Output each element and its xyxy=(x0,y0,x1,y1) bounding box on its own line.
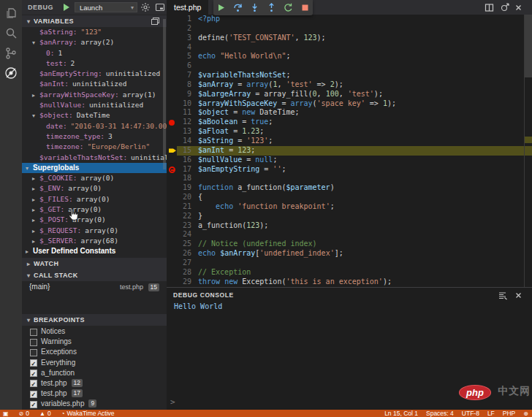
code-line[interactable]: 1<?php xyxy=(167,15,532,24)
source-control-icon[interactable] xyxy=(4,46,18,61)
twisty-icon[interactable]: ▸ xyxy=(32,91,39,100)
code-line[interactable]: 10$arrayWithSpaceKey = array('space key'… xyxy=(167,99,532,109)
breakpoint-gutter[interactable] xyxy=(167,61,177,71)
code-line[interactable]: 7$variableThatsNotSet; xyxy=(167,71,532,80)
launch-config-select[interactable]: Launch ▾ xyxy=(75,2,137,12)
breakpoint-gutter[interactable] xyxy=(167,90,177,99)
preview-icon[interactable] xyxy=(500,3,509,12)
variable-row[interactable]: ▾Superglobals xyxy=(22,163,167,173)
code-line[interactable]: 18 xyxy=(167,174,532,183)
code-line[interactable]: 24 xyxy=(167,230,532,240)
stack-frame-row[interactable]: {main} test.php 15 xyxy=(22,282,167,293)
code-line[interactable]: 23a_function(123); xyxy=(167,221,532,231)
callstack-section-header[interactable]: ▾CALL STACK xyxy=(22,269,167,281)
breakpoint-gutter[interactable] xyxy=(167,230,177,240)
breakpoint-gutter[interactable] xyxy=(167,174,177,183)
twisty-icon[interactable]: ▸ xyxy=(32,184,39,194)
code-line[interactable]: 16$nullValue = null; xyxy=(167,156,532,165)
variable-row[interactable]: ▸$_ENV:array(0) xyxy=(22,183,167,194)
breakpoint-row[interactable]: Notices xyxy=(22,326,167,337)
breakpoint-row[interactable]: a_function xyxy=(22,368,167,378)
breakpoint-gutter[interactable] xyxy=(167,212,177,221)
code-line[interactable]: 26echo $anArray['undefined_index']; xyxy=(167,249,532,259)
code-line[interactable]: 4 xyxy=(167,43,532,53)
variable-row[interactable]: $variableThatsNotSet:uninitialized xyxy=(22,153,167,163)
variable-row[interactable]: ▸$_SERVER:array(68) xyxy=(22,236,167,246)
twisty-icon[interactable]: ▾ xyxy=(32,111,39,120)
breakpoint-row[interactable]: test.php12 xyxy=(22,378,167,389)
breakpoint-gutter[interactable] xyxy=(167,137,177,146)
twisty-icon[interactable]: ▾ xyxy=(26,164,33,173)
continue-button[interactable] xyxy=(216,3,226,12)
restart-button[interactable] xyxy=(284,3,293,12)
code-line[interactable]: 8$anArray = array(1, 'test' => 2); xyxy=(167,80,532,90)
variable-row[interactable]: test:2 xyxy=(22,58,167,69)
breakpoint-gutter[interactable] xyxy=(167,52,177,61)
breakpoint-gutter[interactable] xyxy=(167,278,177,287)
breakpoint-gutter[interactable] xyxy=(167,193,177,202)
breakpoint-gutter[interactable] xyxy=(167,240,177,249)
variable-row[interactable]: $anEmptyString:uninitialized xyxy=(22,69,167,79)
twisty-icon[interactable]: ▸ xyxy=(32,226,39,236)
twisty-icon[interactable]: ▸ xyxy=(32,215,39,225)
statusbar-item-errors[interactable]: ⊘0 xyxy=(19,410,29,417)
step-out-button[interactable] xyxy=(267,3,276,12)
statusbar-item-wakatime[interactable]: ◔WakaTime Active xyxy=(61,410,115,417)
breakpoint-gutter[interactable] xyxy=(167,108,177,118)
configure-gear-icon[interactable] xyxy=(140,2,151,12)
variable-row[interactable]: ▸$_GET:array(0) xyxy=(22,204,167,215)
split-editor-icon[interactable] xyxy=(484,3,494,12)
variable-row[interactable]: date:"2016-03-31 14:47:30.000000" xyxy=(22,121,167,131)
breakpoint-gutter[interactable] xyxy=(167,268,177,278)
code-line[interactable]: 5echo "Hello World\n"; xyxy=(167,52,532,61)
breakpoint-gutter[interactable] xyxy=(167,80,177,90)
editor-scrollbar[interactable] xyxy=(524,15,532,287)
variable-row[interactable]: ▸$_COOKIE:array(0) xyxy=(22,173,167,183)
variable-row[interactable]: $nullValue:uninitialized xyxy=(22,100,167,110)
breakpoint-gutter[interactable] xyxy=(167,165,177,175)
watch-section-header[interactable]: ▸WATCH xyxy=(22,258,167,269)
twisty-icon[interactable]: ▸ xyxy=(26,247,33,256)
search-icon[interactable] xyxy=(4,26,18,41)
twisty-icon[interactable]: ▸ xyxy=(32,237,39,246)
twisty-icon[interactable]: ▸ xyxy=(32,174,39,183)
statusbar-item-feedback[interactable]: ⊕ xyxy=(523,410,528,417)
breakpoint-checkbox[interactable] xyxy=(30,370,37,377)
sidebar-scrollbar[interactable] xyxy=(163,19,166,169)
breakpoint-gutter[interactable] xyxy=(167,249,177,259)
code-line[interactable]: 12$aBoolean = true; xyxy=(167,118,532,127)
breakpoint-gutter[interactable] xyxy=(167,15,177,24)
code-line[interactable]: 14$aString = '123'; xyxy=(167,137,532,146)
breakpoint-checkbox[interactable] xyxy=(30,329,37,336)
breakpoint-gutter[interactable] xyxy=(167,118,177,127)
stop-button[interactable] xyxy=(300,3,310,12)
breakpoint-row[interactable]: Warnings xyxy=(22,337,167,347)
debug-icon[interactable] xyxy=(4,66,18,80)
explorer-icon[interactable] xyxy=(4,7,18,21)
toggle-debug-console-icon[interactable] xyxy=(155,2,165,12)
breakpoint-checkbox[interactable] xyxy=(30,401,37,408)
variable-row[interactable]: ▸$arrayWithSpaceKey:array(1) xyxy=(22,90,167,100)
breakpoint-gutter[interactable] xyxy=(167,221,177,231)
code-line[interactable]: 22} xyxy=(167,212,532,221)
breakpoint-gutter[interactable] xyxy=(167,99,177,109)
statusbar-item-language-mode[interactable]: PHP xyxy=(503,410,515,417)
statusbar-item-warnings[interactable]: ▲0 xyxy=(39,410,51,417)
clear-console-icon[interactable] xyxy=(498,291,507,300)
tab-test-php[interactable]: test.php xyxy=(167,0,208,15)
breakpoint-row[interactable]: variables.php9 xyxy=(22,399,167,409)
breakpoint-gutter[interactable] xyxy=(167,71,177,80)
breakpoint-gutter[interactable] xyxy=(167,202,177,212)
breakpoint-checkbox[interactable] xyxy=(30,339,37,346)
variable-row[interactable]: ▸$_POST:array(0) xyxy=(22,215,167,225)
variable-row[interactable]: timezone_type:3 xyxy=(22,131,167,142)
statusbar-item-indentation[interactable]: Spaces: 4 xyxy=(426,410,454,417)
breakpoint-row[interactable]: test.php17 xyxy=(22,389,167,399)
variable-row[interactable]: ▾$object:DateTime xyxy=(22,110,167,120)
step-into-button[interactable] xyxy=(250,3,259,12)
code-line[interactable]: 17$anEmptyString = ''; xyxy=(167,165,532,175)
variable-row[interactable]: ▸$_FILES:array(0) xyxy=(22,194,167,204)
code-line[interactable]: 3define('TEST_CONSTANT', 123); xyxy=(167,34,532,43)
statusbar-item-encoding[interactable]: UTF-8 xyxy=(462,410,479,417)
start-debug-button[interactable] xyxy=(64,4,69,11)
